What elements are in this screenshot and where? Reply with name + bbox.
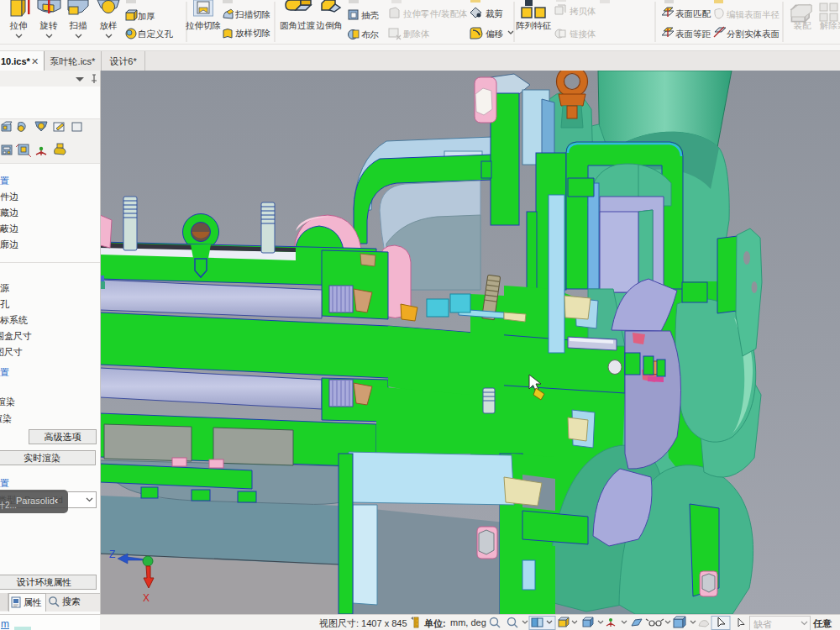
svg-text:Z: Z [109, 549, 115, 560]
svg-text:圆角过渡: 圆角过渡 [280, 20, 316, 30]
svg-text:拉伸零件/装配体: 拉伸零件/装配体 [403, 8, 467, 18]
svg-text:表面匹配: 表面匹配 [675, 8, 711, 18]
svg-text:放样: 放样 [100, 20, 118, 30]
svg-text:抽壳: 抽壳 [361, 10, 379, 20]
svg-text:拷贝体: 拷贝体 [570, 6, 596, 16]
svg-text:拉伸切除: 拉伸切除 [186, 20, 221, 30]
svg-text:删除体: 删除体 [403, 29, 430, 39]
svg-text:裁剪: 裁剪 [486, 8, 503, 18]
svg-text:解除装: 解除装 [820, 20, 840, 30]
svg-text:旋转: 旋转 [39, 20, 59, 30]
svg-text:偏移: 偏移 [486, 29, 504, 39]
svg-text:装配: 装配 [794, 20, 812, 30]
svg-text:加厚: 加厚 [138, 11, 155, 21]
svg-text:编辑表面半径: 编辑表面半径 [727, 9, 780, 19]
svg-text:布尔: 布尔 [361, 29, 380, 39]
svg-text:阵列特征: 阵列特征 [516, 20, 552, 30]
svg-text:扫描: 扫描 [69, 20, 88, 30]
svg-text:自定义孔: 自定义孔 [138, 29, 174, 39]
svg-text:分割实体表面: 分割实体表面 [727, 29, 780, 39]
svg-text:边倒角: 边倒角 [316, 20, 343, 30]
svg-text:链接体: 链接体 [570, 29, 596, 39]
svg-text:放样切除: 放样切除 [235, 28, 270, 38]
svg-text:表面等距: 表面等距 [675, 29, 711, 39]
svg-text:扫描切除: 扫描切除 [234, 9, 270, 19]
svg-text:拉伸: 拉伸 [10, 20, 28, 30]
svg-text:X: X [143, 592, 150, 604]
